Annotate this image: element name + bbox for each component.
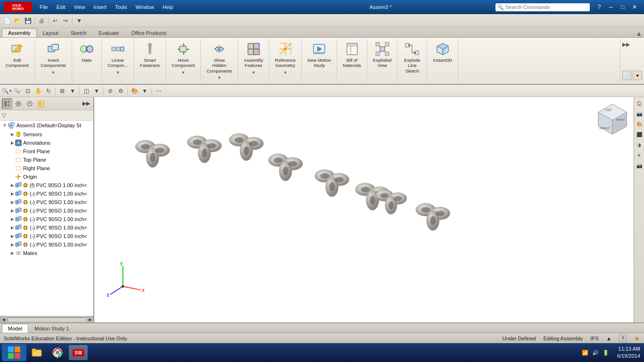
tab-assembly[interactable]: Assembly: [2, 28, 37, 37]
search-input[interactable]: [505, 4, 588, 10]
display-style-btn[interactable]: ◫: [81, 86, 91, 96]
configuration-manager-btn[interactable]: [25, 99, 35, 109]
open-btn[interactable]: 📂: [12, 16, 23, 26]
smart-fasteners-btn[interactable]: SmartFasteners: [137, 40, 163, 70]
rotate-btn[interactable]: ↻: [43, 86, 54, 96]
ribbon-right-arrows[interactable]: ▶▶: [622, 41, 642, 48]
menu-window[interactable]: Window: [132, 3, 158, 11]
tree-sensors[interactable]: ▶ Sensors: [0, 130, 93, 139]
panel-expand-btn[interactable]: ▶▶: [81, 99, 91, 109]
tree-pvc8[interactable]: ▶ (-) PVC 90SO 1.00 inch<: [0, 240, 93, 249]
ribbon-collapse-btn[interactable]: ▲: [636, 30, 642, 37]
help-status-btn[interactable]: ?: [619, 335, 627, 342]
tab-evaluate[interactable]: Evaluate: [92, 28, 125, 37]
redo-btn[interactable]: ↪: [60, 16, 71, 26]
tree-root-expand[interactable]: ▼: [2, 123, 8, 128]
annotations-expand[interactable]: ▶: [9, 140, 15, 145]
ambient-btn[interactable]: ☀: [635, 151, 644, 159]
realview-btn[interactable]: ⬛: [635, 130, 644, 139]
photoview-btn[interactable]: 📸: [635, 161, 644, 170]
explode-line-sketch-btn[interactable]: ExplodeLineSketch: [400, 40, 424, 75]
assembly-features-dropdown[interactable]: ▼: [251, 70, 256, 75]
scene-btn[interactable]: 📷: [635, 109, 644, 118]
ribbon-options2[interactable]: ✦: [633, 71, 642, 80]
mate-btn[interactable]: Mate: [75, 40, 99, 65]
pvc1-expand[interactable]: ▶: [9, 183, 15, 188]
tree-pvc5[interactable]: ▶ (-) PVC 90SO 1.00 inch<: [0, 215, 93, 223]
pvc8-expand[interactable]: ▶: [9, 242, 15, 247]
reference-geometry-btn[interactable]: ReferenceGeometry: [272, 40, 298, 70]
tree-front-plane[interactable]: ▶ Front Plane: [0, 147, 93, 156]
pvc6-expand[interactable]: ▶: [9, 225, 15, 230]
feature-manager-btn[interactable]: [2, 99, 12, 109]
taskbar-explorer[interactable]: [27, 345, 46, 360]
tree-annotations[interactable]: ▶ A Annotations: [0, 139, 93, 147]
tree-pvc4[interactable]: ▶ (-) PVC 90SO 1.00 inch<: [0, 206, 93, 215]
insert-components-dropdown[interactable]: ▼: [51, 70, 56, 75]
zoom-out-btn[interactable]: 🔍-: [12, 86, 23, 96]
help-btn[interactable]: ?: [594, 2, 605, 12]
tree-pvc6[interactable]: ▶ (-) PVC 90SO 1.00 inch<: [0, 223, 93, 232]
scroll-track[interactable]: [8, 317, 86, 322]
sensors-expand[interactable]: ▶: [9, 132, 15, 137]
linear-component-btn[interactable]: LinearCompon...: [105, 40, 131, 70]
tree-top-plane[interactable]: ▶ Top Plane: [0, 156, 93, 164]
show-hidden-btn[interactable]: ShowHiddenComponents: [204, 40, 235, 75]
dim-xpert-btn[interactable]: D: [36, 99, 46, 109]
taskbar-chrome[interactable]: [48, 345, 67, 360]
taskbar-solidworks[interactable]: SW: [69, 345, 88, 360]
decals-btn[interactable]: 🎨: [635, 120, 644, 128]
mates-expand[interactable]: ▶: [9, 251, 15, 255]
view-cube[interactable]: TOP RIGHT FRONT: [596, 102, 629, 135]
tab-model[interactable]: Model: [2, 324, 28, 333]
units-dropdown[interactable]: ▲: [606, 336, 611, 341]
view-orientation-dropdown[interactable]: ▼: [67, 86, 78, 96]
3d-viewport[interactable]: x y z TOP RIGHT FRONT: [94, 97, 634, 322]
view-settings-btn[interactable]: ⚙: [116, 86, 126, 96]
save-btn[interactable]: 💾: [23, 16, 33, 26]
new-btn[interactable]: 📄: [2, 16, 12, 26]
pvc3-expand[interactable]: ▶: [9, 200, 15, 205]
tab-motion-study-1[interactable]: Motion Study 1: [28, 324, 75, 333]
view-more-btn[interactable]: ⋯: [153, 86, 164, 96]
appearance-btn[interactable]: 🎨: [129, 86, 140, 96]
view-orientation-btn[interactable]: ⊞: [57, 86, 67, 96]
close-btn[interactable]: ✕: [629, 2, 640, 12]
restore-btn[interactable]: □: [617, 2, 628, 12]
reference-geometry-dropdown[interactable]: ▼: [283, 70, 288, 75]
print-btn[interactable]: 🖨: [36, 16, 47, 26]
ribbon-view-cube[interactable]: ⬜: [622, 71, 632, 80]
pvc5-expand[interactable]: ▶: [9, 217, 15, 222]
search-box[interactable]: 🔍: [495, 3, 590, 11]
tree-pvc1[interactable]: ▶ (f) PVC 90SO 1.00 inch<: [0, 181, 93, 189]
tree-pvc7[interactable]: ▶ (-) PVC 90SO 1.00 inch<: [0, 232, 93, 240]
tab-sketch[interactable]: Sketch: [65, 28, 93, 37]
minimize-btn[interactable]: ─: [605, 2, 617, 12]
menu-help[interactable]: Help: [159, 3, 177, 11]
tree-root[interactable]: ▼ Assem3 (Default<Display St: [0, 121, 93, 130]
move-component-dropdown[interactable]: ▼: [181, 70, 185, 75]
tree-origin[interactable]: ▶ Origin: [0, 173, 93, 181]
menu-insert[interactable]: Insert: [90, 3, 110, 11]
section-view-btn[interactable]: ⊘: [105, 86, 116, 96]
zoom-to-fit-btn[interactable]: ⊡: [23, 86, 33, 96]
options-btn[interactable]: ▼: [74, 16, 84, 26]
show-hidden-dropdown[interactable]: ▼: [217, 75, 222, 80]
assembly-features-btn[interactable]: AssemblyFeatures: [241, 40, 266, 70]
tree-mates[interactable]: ▶ Mates: [0, 249, 93, 257]
pvc2-expand[interactable]: ▶: [9, 191, 15, 196]
linear-component-dropdown[interactable]: ▼: [116, 70, 120, 75]
appearance-tab-btn[interactable]: 🏠: [635, 99, 644, 107]
tree-pvc2[interactable]: ▶ (-) PVC 90SO 1.00 inch<: [0, 189, 93, 198]
bill-of-materials-btn[interactable]: Bill ofMaterials: [340, 40, 364, 70]
menu-view[interactable]: View: [70, 3, 89, 11]
edit-component-btn[interactable]: EditComponent: [3, 40, 32, 70]
scroll-left-btn[interactable]: ◀: [0, 316, 7, 323]
scroll-right-btn[interactable]: ▶: [87, 316, 93, 323]
instant3d-btn[interactable]: Instant3D: [430, 40, 455, 65]
menu-edit[interactable]: Edit: [53, 3, 69, 11]
start-button[interactable]: [2, 344, 26, 361]
tab-office-products[interactable]: Office Products: [125, 28, 173, 37]
appearance-dropdown[interactable]: ▼: [140, 86, 150, 96]
move-component-btn[interactable]: MoveComponent: [169, 40, 198, 70]
